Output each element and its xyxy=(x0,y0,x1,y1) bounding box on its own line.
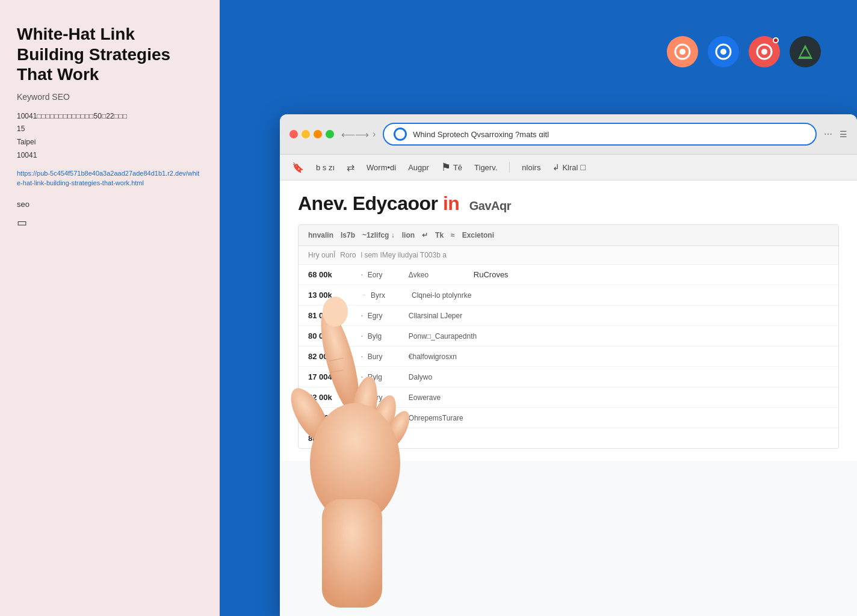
page-title-area: Anev. Edycaoor in GavAqr xyxy=(298,192,839,215)
toolbar-item-1[interactable]: b s zı xyxy=(316,163,335,172)
top-icon-2 xyxy=(708,36,739,67)
nav-forward[interactable]: › xyxy=(373,129,376,140)
title-part3: GavAqr xyxy=(469,199,511,212)
toolbar-item-te[interactable]: ⚑ Tē xyxy=(441,161,462,174)
table-header: hnvalin ls7b ~1zlifcg ↓ lion ↵ Tk ≈ Exci… xyxy=(299,225,838,246)
traffic-light-maximize[interactable] xyxy=(326,130,334,138)
meta-chars: □□□□□□□□□□□□□50□22□□□ xyxy=(37,112,127,120)
traffic-light-minimize[interactable] xyxy=(302,130,310,138)
meta-line3: Taipei xyxy=(17,138,36,146)
sidebar: White-Hat Link Building Strategies That … xyxy=(0,0,220,616)
toolbar-item-tigerv[interactable]: Tigerv. xyxy=(474,163,497,172)
browser-toolbar: 🔖 b s zı ⇄ Worm•di Augpr ⚑ Tē Tigerv. nl… xyxy=(280,155,857,180)
svg-point-5 xyxy=(761,49,767,55)
svg-point-3 xyxy=(720,49,726,55)
address-circle-icon xyxy=(394,128,407,141)
traffic-light-close[interactable] xyxy=(289,130,298,138)
sidebar-url[interactable]: https://pub-5c454f571b8e40a3a2aad27ade84… xyxy=(17,169,203,188)
nav-icon-1[interactable]: ⟵⟶ xyxy=(341,129,369,140)
sidebar-title: White-Hat Link Building Strategies That … xyxy=(17,24,203,85)
toolbar-icon-bookmark[interactable]: 🔖 xyxy=(292,162,304,173)
meta-line2: 15 xyxy=(17,125,25,133)
title-part1: Anev. Edycaoor xyxy=(298,192,438,214)
top-icons-area xyxy=(667,36,821,67)
row-keyword: RuCroves xyxy=(474,270,829,279)
browser-actions: ⋯ ☰ xyxy=(824,129,847,139)
subheader-1: Hry ounĪ xyxy=(308,251,335,259)
sidebar-tag: seo xyxy=(17,200,203,209)
page-main-title: Anev. Edycaoor in GavAqr xyxy=(298,192,511,214)
top-icon-4 xyxy=(790,36,821,67)
th-ls7b: ls7b xyxy=(341,231,355,239)
th-arrow: ↵ xyxy=(422,231,428,239)
sidebar-keyword: Keyword SEO xyxy=(17,92,203,102)
meta-line1: 10041 xyxy=(17,112,37,120)
meta-line4: 10041 xyxy=(17,151,37,159)
browser-chrome: ⟵⟶ › Whind Sprotech Qvsarroxing ?mats αi… xyxy=(280,114,857,155)
subheader-2: Roro xyxy=(340,251,356,259)
subheader-3: l sem IMey iludyai T003b a xyxy=(360,251,447,259)
toolbar-icon-share[interactable]: ⇄ xyxy=(347,162,354,173)
toolbar-item-klral[interactable]: ↲ Klral □ xyxy=(552,162,585,172)
hand-pointer xyxy=(238,277,430,616)
svg-point-9 xyxy=(323,297,348,327)
browser-nav: ⟵⟶ › xyxy=(341,129,376,140)
browser-action-2[interactable]: ☰ xyxy=(840,129,847,139)
traffic-lights xyxy=(289,130,334,138)
th-excietoni: Excietoni xyxy=(462,231,494,239)
svg-rect-15 xyxy=(322,499,382,608)
th-lion: lion xyxy=(402,231,415,239)
table-subheader: Hry ounĪ Roro l sem IMey iludyai T003b a xyxy=(299,246,838,265)
top-icon-1 xyxy=(667,36,698,67)
main-content: ⟵⟶ › Whind Sprotech Qvsarroxing ?mats αi… xyxy=(220,0,857,616)
toolbar-item-augpr[interactable]: Augpr xyxy=(408,163,429,172)
title-part2: in xyxy=(443,192,459,214)
browser-address-bar[interactable]: Whind Sprotech Qvsarroxing ?mats αitl xyxy=(383,123,817,146)
toolbar-item-worm[interactable]: Worm•di xyxy=(367,163,396,172)
svg-point-1 xyxy=(679,49,685,55)
top-icon-3 xyxy=(749,36,780,67)
address-text[interactable]: Whind Sprotech Qvsarroxing ?mats αitl xyxy=(413,130,806,139)
traffic-light-orange[interactable] xyxy=(314,130,322,138)
th-hnvalin: hnvalin xyxy=(308,231,333,239)
th-approx: ≈ xyxy=(451,231,455,239)
toolbar-separator xyxy=(509,162,510,173)
sidebar-small-icon: ▭ xyxy=(17,216,203,229)
browser-action-1[interactable]: ⋯ xyxy=(824,129,832,139)
sidebar-meta: 10041□□□□□□□□□□□□□50□22□□□ 15 Taipei 100… xyxy=(17,110,203,162)
th-tk: Tk xyxy=(435,231,444,239)
toolbar-item-nloirs[interactable]: nloirs xyxy=(522,163,540,172)
th-trend[interactable]: ~1zlifcg ↓ xyxy=(362,231,395,239)
